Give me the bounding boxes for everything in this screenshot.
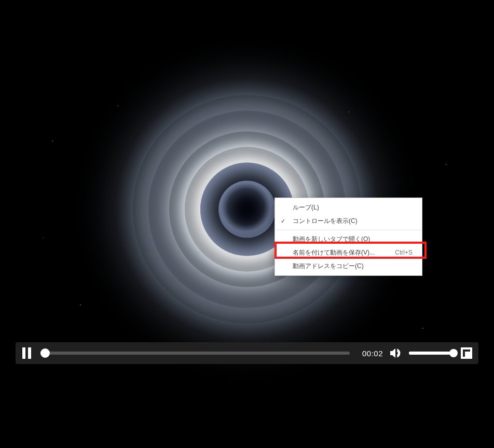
elapsed-time: 00:02 — [356, 349, 383, 358]
menu-item-shortcut: Ctrl+S — [395, 249, 413, 256]
menu-item-loop[interactable]: ループ(L) — [275, 201, 422, 214]
seek-bar[interactable] — [40, 352, 350, 355]
volume-icon — [389, 347, 403, 359]
mute-button[interactable] — [389, 346, 403, 360]
check-icon: ✓ — [281, 218, 285, 225]
menu-item-label: ループ(L) — [293, 203, 319, 212]
pause-button[interactable] — [21, 346, 34, 360]
pause-icon — [22, 347, 33, 359]
menu-item-label: 動画アドレスをコピー(C) — [293, 262, 364, 271]
video-context-menu: ループ(L) ✓ コントロールを表示(C) 動画を新しいタブで開く(O) 名前を… — [275, 198, 422, 276]
video-controls: 00:02 — [16, 342, 478, 364]
volume-thumb[interactable] — [449, 349, 458, 357]
seek-thumb[interactable] — [40, 348, 50, 358]
menu-item-copy-video-address[interactable]: 動画アドレスをコピー(C) — [275, 259, 422, 273]
menu-item-open-new-tab[interactable]: 動画を新しいタブで開く(O) — [275, 232, 422, 246]
menu-item-label: 名前を付けて動画を保存(V)... — [293, 248, 375, 257]
menu-item-save-video-as[interactable]: 名前を付けて動画を保存(V)... Ctrl+S — [275, 246, 422, 259]
menu-item-show-controls[interactable]: ✓ コントロールを表示(C) — [275, 214, 422, 228]
menu-item-label: コントロールを表示(C) — [293, 217, 358, 226]
fullscreen-icon — [461, 347, 472, 359]
fullscreen-button[interactable] — [460, 346, 473, 360]
menu-separator — [275, 230, 422, 230]
volume-slider[interactable] — [409, 352, 454, 355]
menu-item-label: 動画を新しいタブで開く(O) — [293, 235, 370, 244]
volume-fill — [409, 352, 454, 355]
